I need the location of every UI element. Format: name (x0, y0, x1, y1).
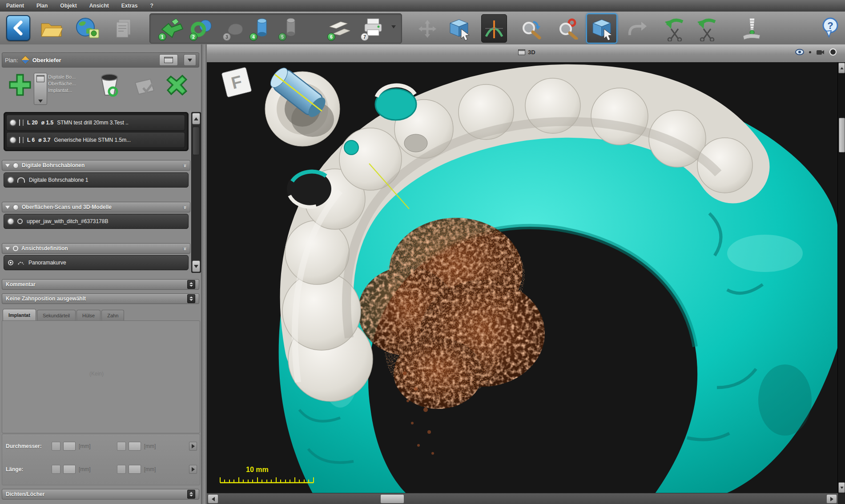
viewport-vertical-scrollbar[interactable] (837, 62, 845, 493)
plan-dropdown-button[interactable] (184, 54, 196, 66)
tab-sekundaerteil[interactable]: Sekundärteil (37, 310, 76, 321)
scroll-up-button[interactable] (192, 113, 200, 124)
expand-toggle[interactable] (187, 280, 195, 289)
workflow-step-sphere[interactable]: 2 (189, 15, 214, 41)
expand-all-icon[interactable] (182, 205, 189, 208)
delete-object-button[interactable] (96, 72, 123, 103)
expand-row-button[interactable] (189, 442, 197, 451)
length-min-field[interactable] (52, 465, 60, 474)
export-globe-button[interactable] (75, 17, 101, 40)
3d-scene[interactable]: F 10 mm (207, 62, 838, 493)
plan-overview-button[interactable] (159, 54, 178, 66)
workflow-step-print[interactable]: 7 (361, 15, 386, 41)
object-row-sleeve[interactable]: L 6 ø 3.7 Generische Hülse STMN 1.5m... (6, 132, 185, 148)
open-folder-button[interactable] (39, 19, 64, 39)
menu-line[interactable]: Digitale Bo... (48, 74, 76, 80)
menu-patient[interactable]: Patient (0, 0, 30, 12)
scrollbar-thumb[interactable] (839, 118, 845, 152)
expand-row-button[interactable] (189, 465, 197, 474)
visibility-dot-icon[interactable] (8, 177, 13, 183)
diameter-value-field-2[interactable] (129, 442, 141, 451)
tab-zahn[interactable]: Zahn (101, 310, 124, 321)
collapse-triangle-icon[interactable] (5, 247, 10, 250)
scrollbar-thumb[interactable] (380, 494, 404, 504)
radio-dot-icon[interactable] (13, 204, 19, 210)
sidebar-scrollbar[interactable] (191, 112, 201, 273)
list-icon (36, 75, 44, 82)
item-bohrschablone[interactable]: Digitale Bohrschablone 1 (4, 172, 189, 188)
workflow-step-drill[interactable]: 1 (158, 15, 183, 41)
close-plan-button[interactable] (163, 72, 190, 101)
scroll-down-button[interactable] (838, 482, 845, 493)
scrollbar-thumb[interactable] (193, 127, 200, 155)
dot-icon[interactable] (809, 51, 811, 53)
chevron-right-icon (830, 497, 833, 501)
scroll-right-button[interactable] (826, 494, 837, 504)
radio-dot-icon[interactable] (13, 163, 19, 168)
length-value-field[interactable] (63, 465, 76, 474)
scroll-up-button[interactable] (838, 63, 845, 73)
diameter-min-field[interactable] (52, 442, 60, 451)
main-toolbar: 1 2 3 4 (0, 12, 845, 45)
tab-implantat[interactable]: Implantat (3, 309, 36, 321)
radio-selected-icon[interactable] (8, 260, 13, 265)
section-header-bohrschablonen[interactable]: Digitale Bohrschablonen (2, 160, 190, 171)
add-object-button[interactable] (7, 72, 33, 101)
zoom-pan-button[interactable] (519, 18, 544, 40)
cut-splint-button-2[interactable] (694, 15, 720, 42)
item-upper-jaw-scan[interactable]: upper_jaw_with_ditch_#6373178B (4, 214, 189, 229)
menu-objekt[interactable]: Objekt (54, 0, 83, 12)
scroll-down-button[interactable] (192, 260, 200, 272)
scroll-left-button[interactable] (208, 494, 218, 504)
add-object-dropdown[interactable] (34, 73, 47, 105)
visibility-dot-icon[interactable] (10, 120, 16, 125)
length-min-field-2[interactable] (117, 465, 126, 474)
menu-ansicht[interactable]: Ansicht (83, 0, 115, 12)
diameter-value-field[interactable] (63, 442, 76, 451)
length-value-field-2[interactable] (129, 465, 141, 474)
record-circle-icon[interactable] (829, 48, 837, 56)
dichten-bar[interactable]: Dichten/Löcher (2, 489, 199, 500)
visibility-dot-icon[interactable] (10, 137, 16, 143)
workflow-step-splint[interactable]: 6 (327, 15, 352, 41)
tab-huelse[interactable]: Hülse (76, 310, 101, 321)
eye-icon[interactable] (795, 48, 805, 56)
menu-extras[interactable]: Extras (115, 0, 144, 12)
select-object-button[interactable] (446, 16, 472, 41)
mesh-object-icon (17, 219, 23, 224)
expand-all-icon[interactable] (182, 164, 189, 167)
kommentar-bar[interactable]: Kommentar (2, 279, 199, 290)
sidebar-splitter[interactable] (201, 44, 207, 504)
tooth-position-bar[interactable]: Keine Zahnposition ausgewählt (2, 293, 199, 304)
section-header-scans[interactable]: Oberflächen-Scans und 3D-Modelle (2, 202, 190, 212)
visibility-dot-icon[interactable] (8, 219, 13, 224)
collapse-triangle-icon[interactable] (5, 206, 10, 209)
camera-icon[interactable] (816, 48, 825, 56)
cut-splint-button-1[interactable] (662, 15, 688, 42)
panorama-view-button[interactable] (481, 14, 507, 43)
zoom-region-button[interactable] (555, 18, 581, 40)
workflow-step-abutment[interactable]: 5 (278, 15, 303, 41)
chevron-down-icon (840, 487, 843, 489)
menu-line[interactable]: Implantat... (48, 87, 76, 94)
menu-plan[interactable]: Plan (30, 0, 54, 12)
collapse-triangle-icon[interactable] (5, 164, 10, 167)
item-panoramakurve[interactable]: Panoramakurve (4, 255, 189, 270)
expand-all-icon[interactable] (182, 247, 189, 250)
step-overflow-caret[interactable] (391, 25, 396, 28)
object-row-drill[interactable]: L 20 ø 1.5 STMN test drill 20mm 3.Test .… (6, 115, 185, 131)
expand-toggle[interactable] (187, 294, 195, 303)
viewport-horizontal-scrollbar[interactable] (207, 493, 838, 504)
section-header-ansicht[interactable]: Ansichtsdefinition (2, 243, 190, 254)
radio-ring-icon[interactable] (13, 246, 18, 251)
help-button[interactable]: ? (820, 16, 842, 40)
workflow-step-sleeve[interactable]: 4 (249, 15, 274, 41)
menu-line[interactable]: Oberfläche... (48, 80, 76, 87)
expand-toggle[interactable] (187, 490, 195, 499)
implant-driver-button[interactable] (738, 15, 765, 42)
viewport-3d[interactable]: 3D (207, 44, 845, 504)
view-cube-button-active[interactable] (586, 13, 617, 44)
menu-help[interactable]: ? (144, 0, 159, 12)
diameter-min-field-2[interactable] (117, 442, 126, 451)
back-button[interactable] (6, 15, 30, 41)
